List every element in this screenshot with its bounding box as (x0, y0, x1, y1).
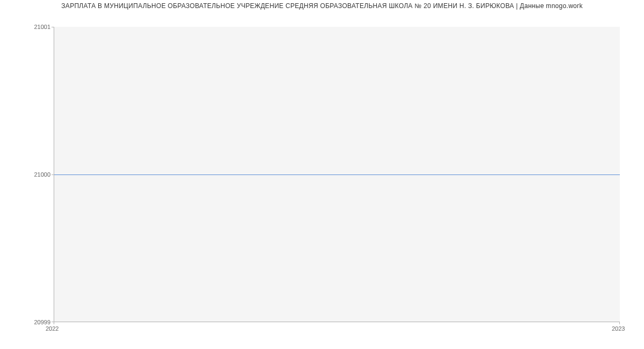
y-tickmark (52, 27, 54, 27)
series-line (54, 174, 620, 175)
salary-chart: ЗАРПЛАТА В МУНИЦИПАЛЬНОЕ ОБРАЗОВАТЕЛЬНОЕ… (0, 0, 644, 349)
y-tick-label: 20999 (18, 319, 50, 325)
chart-title: ЗАРПЛАТА В МУНИЦИПАЛЬНОЕ ОБРАЗОВАТЕЛЬНОЕ… (0, 2, 644, 10)
y-tick-label: 21000 (18, 171, 50, 178)
plot-area (54, 27, 620, 322)
x-tickmark (54, 322, 54, 324)
x-tick-label: 2022 (46, 325, 58, 332)
x-tickmark (619, 322, 620, 324)
y-tickmark (52, 174, 54, 175)
y-tick-label: 21001 (18, 24, 50, 30)
x-tick-label: 2023 (612, 325, 625, 332)
